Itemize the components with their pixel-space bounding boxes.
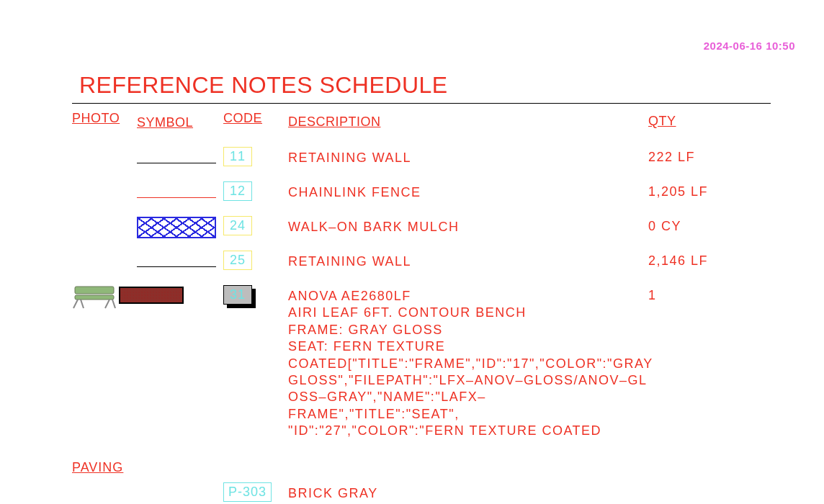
code-box: 12 (223, 181, 252, 201)
header-code: CODE (223, 111, 288, 126)
cell-qty: 1 (648, 285, 763, 303)
cell-qty: 222 LF (648, 147, 763, 165)
cell-description: WALK–ON BARK MULCH (288, 216, 648, 235)
table-row: 31 ANOVA AE2680LF AIRI LEAF 6FT. CONTOUR… (72, 285, 771, 440)
cell-description: ANOVA AE2680LF AIRI LEAF 6FT. CONTOUR BE… (288, 285, 648, 440)
code-box: 11 (223, 147, 252, 166)
cell-qty (648, 482, 763, 485)
symbol-black-line-icon (137, 266, 216, 267)
cell-description: BRICK GRAY (288, 482, 648, 502)
symbol-solid-rect-icon (119, 287, 184, 304)
cell-description: RETAINING WALL (288, 147, 648, 166)
cell-description: CHAINLINK FENCE (288, 181, 648, 201)
table-row: 11 RETAINING WALL 222 LF (72, 147, 771, 177)
schedule-sheet: REFERENCE NOTES SCHEDULE PHOTO SYMBOL CO… (72, 72, 771, 504)
table-header: PHOTO SYMBOL CODE DESCRIPTION QTY (72, 111, 771, 134)
cell-qty: 0 CY (648, 216, 763, 234)
table-row: 25 RETAINING WALL 2,146 LF (72, 251, 771, 281)
svg-line-2 (73, 300, 78, 308)
cell-description: RETAINING WALL (288, 251, 648, 270)
title-rule (72, 103, 771, 104)
svg-line-3 (81, 300, 84, 308)
code-box: 25 (223, 251, 252, 270)
code-box: P-303 (223, 482, 272, 502)
bench-photo-icon (71, 282, 120, 311)
section-header-paving: PAVING (72, 460, 771, 475)
symbol-hatch-icon (137, 217, 216, 238)
symbol-red-line-icon (137, 197, 216, 198)
table-row: P-303 BRICK GRAY (72, 482, 771, 504)
cell-qty: 2,146 LF (648, 251, 763, 269)
timestamp: 2024-06-16 10:50 (704, 40, 795, 52)
header-description: DESCRIPTION (288, 111, 648, 130)
cell-qty: 1,205 LF (648, 181, 763, 199)
code-box: 24 (223, 216, 252, 235)
svg-rect-1 (75, 295, 114, 300)
symbol-black-line-icon (137, 163, 216, 163)
page-title: REFERENCE NOTES SCHEDULE (79, 72, 771, 99)
header-qty: QTY (648, 111, 763, 129)
svg-line-4 (105, 300, 109, 308)
table-row: 12 CHAINLINK FENCE 1,205 LF (72, 181, 771, 212)
header-photo: PHOTO (72, 111, 137, 126)
code-box: 31 (223, 285, 252, 305)
table-row: 24 WALK–ON BARK MULCH 0 CY (72, 216, 771, 246)
header-symbol: SYMBOL (137, 111, 223, 134)
svg-line-5 (112, 300, 115, 308)
svg-rect-0 (75, 287, 114, 294)
